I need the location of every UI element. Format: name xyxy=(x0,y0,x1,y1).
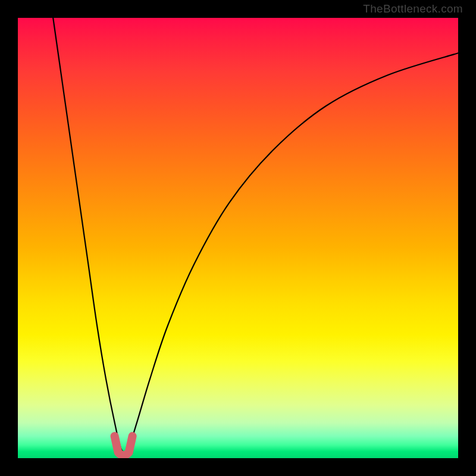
curve-layer xyxy=(18,18,458,458)
chart-frame: TheBottleneck.com xyxy=(0,0,476,476)
optimum-marker xyxy=(115,436,133,455)
plot-area xyxy=(18,18,458,458)
bottleneck-curve xyxy=(53,18,458,453)
attribution-label: TheBottleneck.com xyxy=(363,2,463,15)
